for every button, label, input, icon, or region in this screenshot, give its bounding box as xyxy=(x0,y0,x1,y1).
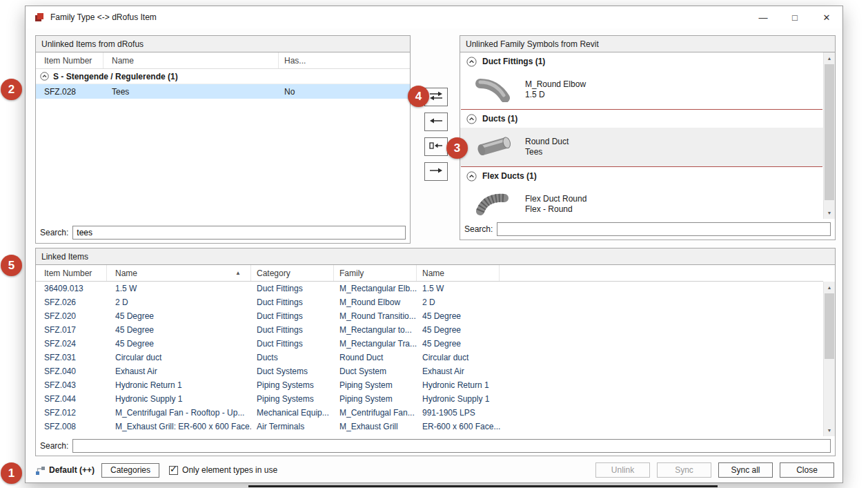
scroll-up-icon[interactable]: ▲ xyxy=(824,282,835,293)
checkbox-label[interactable]: Only element types in use xyxy=(182,465,277,475)
sync-button[interactable]: Sync xyxy=(657,462,711,478)
cell-name: Hydronic Supply 1 xyxy=(107,394,251,404)
column-header-name-sorted[interactable]: Name ▲ xyxy=(107,265,251,281)
table-row[interactable]: SFZ.040 Exhaust Air Duct Systems Duct Sy… xyxy=(36,364,823,378)
revit-group-flex-ducts[interactable]: Flex Ducts (1) xyxy=(460,167,823,185)
revit-group-duct-fittings[interactable]: Duct Fittings (1) xyxy=(460,52,823,70)
table-row[interactable]: SFZ.043 Hydronic Return 1 Piping Systems… xyxy=(36,378,823,392)
scroll-down-icon[interactable]: ▼ xyxy=(824,424,835,436)
table-row[interactable]: SFZ.008 M_Exhaust Grill: ER-600 x 600 Fa… xyxy=(36,420,823,433)
only-element-types-checkbox[interactable]: ✓ xyxy=(169,466,178,475)
table-row[interactable]: SFZ.031 Circular duct Ducts Round Duct C… xyxy=(36,351,823,364)
revit-list-scrollbar[interactable]: ▲ ▼ xyxy=(823,52,835,219)
box-arrow-left-icon xyxy=(428,140,444,153)
revit-symbol-item[interactable]: Round Duct Tees xyxy=(460,128,823,166)
cell-category: Duct Fittings xyxy=(251,311,334,321)
cell-type-name: 45 Degree xyxy=(417,325,823,335)
revit-group-label: Duct Fittings (1) xyxy=(482,57,545,66)
collapse-chevron-icon[interactable] xyxy=(40,72,49,81)
collapse-chevron-icon[interactable] xyxy=(466,57,477,67)
column-header-category[interactable]: Category xyxy=(251,265,334,281)
unlink-button[interactable]: Unlink xyxy=(595,462,650,478)
arrow-right-icon xyxy=(428,165,444,178)
revit-symbol-item[interactable]: Flex Duct Round Flex - Round xyxy=(460,185,823,219)
unlinked-revit-search-input[interactable] xyxy=(497,222,831,236)
column-header-name[interactable]: Name xyxy=(103,52,279,68)
unlinked-revit-panel: Unlinked Family Symbols from Revit Duct … xyxy=(460,35,836,240)
cell-type-name: Circular duct xyxy=(417,353,823,362)
sync-all-button[interactable]: Sync all xyxy=(718,462,773,478)
minimize-button[interactable]: — xyxy=(747,6,779,28)
revit-symbol-item[interactable]: M_Round Elbow 1.5 D xyxy=(460,70,823,109)
cell-category: Piping Systems xyxy=(251,380,334,390)
cell-item-number: SFZ.026 xyxy=(36,297,107,307)
cell-item-number: SFZ.012 xyxy=(36,408,107,418)
scroll-up-icon[interactable]: ▲ xyxy=(824,52,835,64)
linked-items-rows: 36409.013 1.5 W Duct Fittings M_Rectangu… xyxy=(36,282,823,433)
scrollbar-thumb[interactable] xyxy=(825,64,834,200)
column-header-item-number[interactable]: Item Number xyxy=(36,265,107,281)
scrollbar-thumb[interactable] xyxy=(825,293,834,359)
unlinked-drofus-search: Search: xyxy=(40,225,406,240)
table-row[interactable]: SFZ.024 45 Degree Duct Fittings M_Rectan… xyxy=(36,337,823,351)
categories-button[interactable]: Categories xyxy=(101,463,159,478)
table-row[interactable]: 36409.013 1.5 W Duct Fittings M_Rectangu… xyxy=(36,282,823,295)
cell-type-name: ER-600 x 600 Face... xyxy=(417,422,823,431)
unlinked-drofus-header: Unlinked Items from dRofus xyxy=(36,36,410,52)
cell-family: Round Duct xyxy=(334,353,417,362)
cell-category: Piping Systems xyxy=(251,394,334,404)
link-left-button[interactable] xyxy=(424,113,448,131)
table-row[interactable]: SFZ.017 45 Degree Duct Fittings M_Rectan… xyxy=(36,323,823,337)
flex-duct-image xyxy=(475,191,513,219)
cell-family: M_Rectangular to... xyxy=(334,325,417,335)
cell-category: Air Terminals xyxy=(251,422,334,431)
revit-group-ducts[interactable]: Ducts (1) xyxy=(460,110,823,128)
symbol-type: 1.5 D xyxy=(525,90,586,100)
drofus-group-row[interactable]: S - Stengende / Regulerende (1) xyxy=(36,69,410,84)
cell-type-name: 45 Degree xyxy=(417,339,823,349)
collapse-chevron-icon[interactable] xyxy=(466,114,477,124)
search-label: Search: xyxy=(464,224,493,234)
cell-name: 45 Degree xyxy=(107,311,251,321)
close-dialog-button[interactable]: Close xyxy=(780,462,834,478)
cell-family: Piping System xyxy=(334,380,417,390)
cell-name: Exhaust Air xyxy=(107,367,251,376)
sort-ascending-icon: ▲ xyxy=(235,270,241,276)
cell-type-name: 991-1905 LPS xyxy=(417,408,823,418)
linked-items-scrollbar[interactable]: ▲ ▼ xyxy=(823,282,835,436)
column-header-label: Name xyxy=(115,269,137,278)
column-header-family[interactable]: Family xyxy=(334,265,417,281)
column-header-item-number[interactable]: Item Number xyxy=(36,52,103,68)
column-header-type-name[interactable]: Name xyxy=(417,265,500,281)
column-header-has[interactable]: Has... xyxy=(279,52,410,68)
linked-items-table: Item Number Name ▲ Category Family Name … xyxy=(36,265,823,436)
maximize-button[interactable]: □ xyxy=(779,6,811,28)
link-left-new-item-button[interactable] xyxy=(424,137,448,156)
cell-item-number: SFZ.020 xyxy=(36,311,107,321)
callout-4: 4 xyxy=(408,86,429,107)
unlinked-drofus-search-input[interactable] xyxy=(72,226,406,240)
symbol-type: Flex - Round xyxy=(525,204,586,215)
revit-symbol-text: Round Duct Tees xyxy=(525,137,569,157)
table-row[interactable]: SFZ.044 Hydronic Supply 1 Piping Systems… xyxy=(36,392,823,406)
cell-name: 1.5 W xyxy=(107,284,251,293)
linked-items-search-input[interactable] xyxy=(72,439,831,453)
table-row[interactable]: SFZ.012 M_Centrifugal Fan - Rooftop - Up… xyxy=(36,406,823,420)
cell-type-name: 2 D xyxy=(417,297,823,307)
table-row[interactable]: SFZ.020 45 Degree Duct Fittings M_Round … xyxy=(36,309,823,323)
close-button[interactable]: ✕ xyxy=(811,6,842,28)
check-icon: ✓ xyxy=(170,464,177,474)
linked-items-panel: Linked Items Item Number Name ▲ Category… xyxy=(35,248,836,456)
cell-name: Hydronic Return 1 xyxy=(107,380,251,390)
cell-type-name: 1.5 W xyxy=(417,284,823,293)
unlinked-drofus-panel: Unlinked Items from dRofus Item Number N… xyxy=(35,35,411,244)
revit-symbol-text: M_Round Elbow 1.5 D xyxy=(525,79,586,100)
unlinked-drofus-column-headers: Item Number Name Has... xyxy=(36,52,410,69)
table-row[interactable]: SFZ.026 2 D Duct Fittings M_Round Elbow … xyxy=(36,295,823,309)
callout-3: 3 xyxy=(446,137,468,159)
collapse-chevron-icon[interactable] xyxy=(466,171,477,182)
link-right-button[interactable] xyxy=(424,162,448,181)
scroll-down-icon[interactable]: ▼ xyxy=(824,207,835,219)
revit-group-label: Ducts (1) xyxy=(482,114,517,124)
table-row-selected[interactable]: SFZ.028 Tees No xyxy=(36,84,410,99)
